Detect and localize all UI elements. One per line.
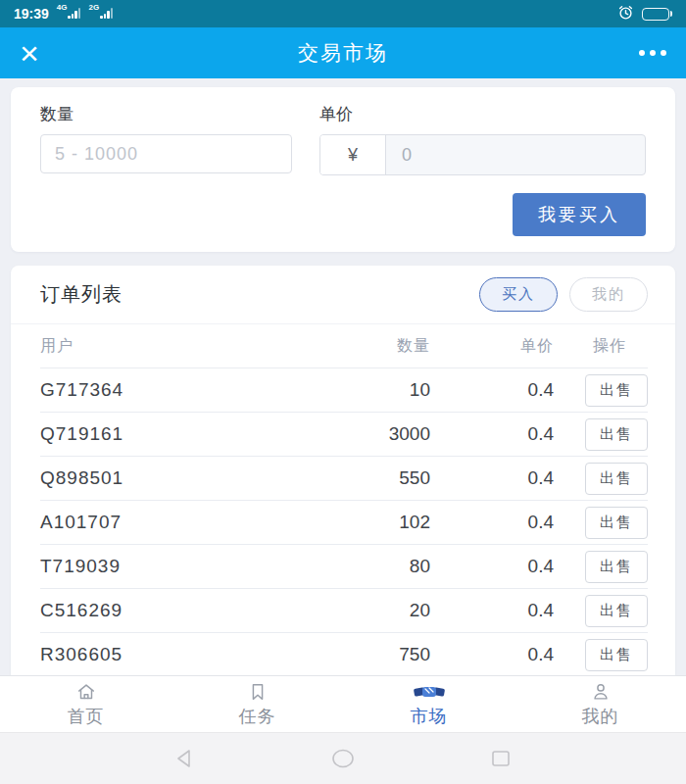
person-icon (590, 681, 612, 703)
order-user: G717364 (40, 379, 283, 401)
column-header-price: 单价 (430, 336, 554, 357)
order-user: A101707 (40, 512, 283, 533)
order-price: 0.4 (430, 600, 554, 621)
order-table: 用户 数量 单价 操作 G717364 10 0.4 出售 Q719161 30… (11, 324, 675, 675)
order-price: 0.4 (430, 556, 554, 577)
order-quantity: 550 (283, 467, 430, 489)
sim1-signal-icon: 4G (57, 6, 81, 22)
table-header-row: 用户 数量 单价 操作 (40, 324, 648, 368)
phone-screen: 19:39 4G 2G × 交易市场 (0, 0, 686, 784)
filter-buy-button[interactable]: 买入 (479, 277, 558, 312)
tab-tasks[interactable]: 任务 (172, 681, 343, 728)
order-price: 0.4 (430, 467, 554, 489)
order-user: R306605 (40, 644, 283, 665)
column-header-user: 用户 (40, 336, 283, 357)
bookmark-icon (247, 681, 269, 703)
home-nav-icon[interactable] (329, 748, 357, 769)
price-label: 单价 (319, 103, 646, 125)
column-header-quantity: 数量 (283, 336, 430, 357)
sim2-network-label: 2G (88, 3, 99, 12)
table-row: C516269 20 0.4 出售 (40, 589, 648, 633)
order-price: 0.4 (430, 644, 554, 665)
order-filter-group: 买入 我的 (479, 277, 648, 312)
tab-label: 首页 (68, 705, 105, 728)
order-price: 0.4 (430, 423, 554, 445)
order-quantity: 102 (283, 512, 430, 533)
back-icon[interactable] (173, 748, 197, 769)
tab-label: 我的 (582, 705, 619, 728)
order-quantity: 10 (283, 379, 430, 401)
order-quantity: 750 (283, 644, 430, 665)
android-navigation-bar (0, 732, 686, 784)
recents-icon[interactable] (489, 748, 513, 769)
page-title: 交易市场 (0, 39, 686, 67)
order-quantity: 20 (283, 600, 430, 621)
order-price: 0.4 (430, 379, 554, 401)
table-row: R306605 750 0.4 出售 (40, 633, 648, 675)
tab-label: 市场 (411, 705, 448, 728)
sell-button[interactable]: 出售 (585, 374, 648, 407)
sell-button[interactable]: 出售 (585, 595, 648, 627)
price-input-group: ¥ (319, 134, 646, 175)
alarm-clock-icon (617, 4, 634, 24)
table-row: T719039 80 0.4 出售 (40, 545, 648, 589)
sell-button[interactable]: 出售 (585, 463, 648, 495)
app-header: × 交易市场 (0, 27, 686, 78)
order-list-title: 订单列表 (40, 281, 122, 308)
table-row: A101707 102 0.4 出售 (40, 501, 648, 545)
table-row: Q898501 550 0.4 出售 (40, 457, 648, 501)
quantity-input[interactable] (40, 134, 292, 173)
tab-home[interactable]: 首页 (0, 681, 172, 728)
sell-button[interactable]: 出售 (585, 639, 648, 671)
table-row: G717364 10 0.4 出售 (40, 368, 648, 413)
order-quantity: 80 (283, 556, 430, 577)
currency-symbol: ¥ (320, 135, 386, 174)
buy-button[interactable]: 我要买入 (513, 193, 646, 236)
page-content: 数量 单价 ¥ 我要买入 订单列表 买入 (0, 78, 686, 675)
sell-button[interactable]: 出售 (585, 551, 648, 583)
bottom-tab-bar: 首页 任务 市场 (0, 675, 686, 732)
filter-mine-button[interactable]: 我的 (569, 277, 648, 312)
order-list-card: 订单列表 买入 我的 用户 数量 单价 操作 G717364 10 0.4 出 (11, 266, 675, 675)
handshake-icon (414, 681, 445, 703)
order-user: Q719161 (40, 423, 283, 445)
more-menu-icon[interactable] (639, 44, 666, 62)
sim1-network-label: 4G (57, 3, 68, 12)
status-bar: 19:39 4G 2G (0, 0, 686, 27)
order-quantity: 3000 (283, 423, 430, 445)
tab-mine[interactable]: 我的 (514, 681, 686, 728)
close-icon[interactable]: × (20, 36, 59, 70)
tab-label: 任务 (239, 705, 276, 728)
price-input[interactable] (386, 135, 645, 174)
column-header-action: 操作 (554, 336, 648, 357)
buy-form-card: 数量 单价 ¥ 我要买入 (11, 87, 675, 252)
sell-button[interactable]: 出售 (585, 507, 648, 539)
table-row: Q719161 3000 0.4 出售 (40, 413, 648, 457)
order-price: 0.4 (430, 512, 554, 533)
tab-market[interactable]: 市场 (343, 681, 514, 728)
sim2-signal-icon: 2G (88, 6, 113, 22)
home-icon (75, 681, 97, 703)
clock-time: 19:39 (14, 6, 49, 22)
battery-icon (642, 8, 673, 21)
order-user: Q898501 (40, 467, 283, 489)
order-user: T719039 (40, 556, 283, 577)
quantity-label: 数量 (40, 103, 292, 125)
order-user: C516269 (40, 600, 283, 621)
sell-button[interactable]: 出售 (585, 418, 648, 451)
